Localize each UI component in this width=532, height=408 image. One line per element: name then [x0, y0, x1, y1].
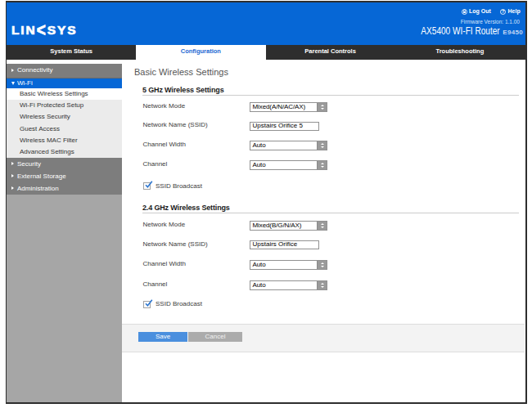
svg-text:?: ?	[501, 9, 503, 14]
